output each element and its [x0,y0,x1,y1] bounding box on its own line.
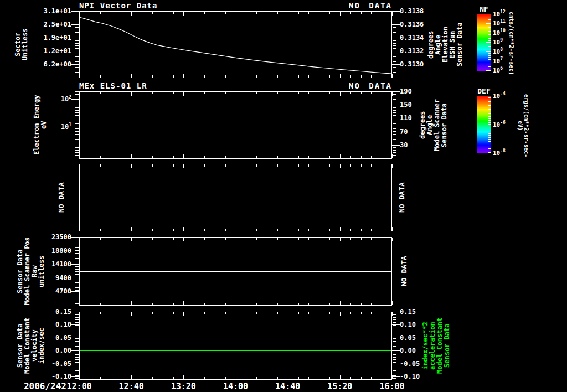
x-tick-label: 13:20 [158,381,208,391]
x-tick [111,238,111,240]
x-tick [194,312,194,314]
x-tick [194,238,194,240]
x-tick [288,164,288,168]
x-tick [267,229,267,231]
x-tick [267,312,267,314]
x-tick [121,156,121,158]
x-tick [340,227,341,231]
y-tick-label: 1.9e+01 [29,34,71,42]
x-tick [361,229,362,231]
x-tick [256,229,257,231]
y-minor-ruler [393,11,396,78]
x-tick [371,164,372,167]
x-tick [256,164,257,167]
x-tick [319,92,319,94]
y-minor-ruler [75,237,79,306]
x-tick [121,312,121,314]
x-tick [183,227,184,231]
x-tick [183,92,184,96]
y-tick-label: 2.5e+01 [29,20,71,28]
x-tick [173,303,174,305]
x-tick [329,229,330,231]
y-major-tick [392,312,400,312]
x-tick [152,164,153,167]
x-tick [371,377,372,379]
x-tick [100,156,101,158]
exponent: 7 [500,56,503,61]
x-tick [173,156,174,158]
x-tick [350,312,351,314]
x-tick [319,164,319,167]
x-tick [277,156,278,158]
exponent: -4 [500,91,506,96]
no-data-label: NO DATA [58,164,65,231]
x-tick [288,238,288,241]
x-tick [246,377,246,379]
y-major-tick [71,338,79,338]
y-major-tick [392,132,400,132]
x-tick [131,154,132,158]
y-major-tick [392,105,400,105]
x-tick [142,92,142,94]
x-tick [163,164,163,167]
x-tick [382,156,382,158]
x-tick [298,303,299,305]
x-tick [371,156,372,158]
colorbar-tick-label: 1012 [493,11,506,18]
x-tick [329,312,330,314]
x-tick [340,375,341,379]
x-tick [236,227,236,231]
x-tick [215,377,215,379]
x-tick [382,229,382,231]
y-major-tick [392,145,400,146]
x-tick [173,312,174,314]
colorbar-major-tick [486,14,491,14]
colorbar-major-tick [486,51,491,52]
x-tick [350,156,351,158]
x-tick [163,303,163,305]
x-tick [121,92,121,94]
x-tick [183,164,184,168]
y-minor-ruler [75,91,79,159]
x-tick [131,227,132,231]
exponent: -6 [500,120,506,125]
colorbar-major-tick [486,70,491,71]
x-tick [90,164,90,167]
x-tick [204,164,205,167]
x-tick [111,164,111,167]
x-tick [256,377,257,379]
y-major-tick [71,291,79,292]
x-tick [256,312,257,314]
x-tick [298,312,299,314]
x-tick [100,164,101,167]
x-tick [163,377,163,379]
axis-label: Sensor Data ESH Sun Elevation Angle degr… [427,11,463,78]
x-tick [79,312,80,316]
x-tick [288,227,288,231]
x-tick [90,377,90,379]
x-tick [152,377,153,379]
y-major-tick [392,324,400,325]
x-tick [350,303,351,305]
x-tick [173,377,174,379]
x-tick [392,227,393,231]
x-tick [142,238,142,240]
x-tick [371,303,372,305]
exponent: -8 [500,148,506,153]
colorbar-major-tick [486,96,491,96]
x-tick [277,377,278,379]
x-tick [329,238,330,240]
y-major-tick [392,364,400,364]
x-tick [194,164,194,167]
y-tick-label: 150 [400,101,412,109]
exponent: 9 [500,38,503,43]
x-tick [215,303,215,305]
x-tick [382,92,382,94]
x-tick [225,92,226,94]
x-tick [329,92,330,94]
y-major-tick [71,64,79,65]
y-tick-label: 1.2e+01 [29,47,71,55]
y-major-tick [392,11,400,12]
data-hline [80,125,391,125]
x-tick [319,229,319,231]
